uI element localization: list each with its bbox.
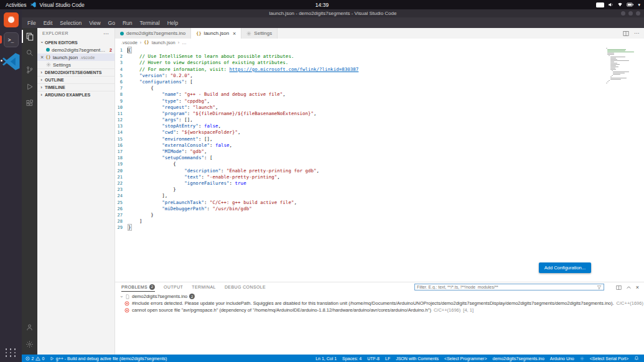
more-actions-icon[interactable]: ⋯ [634, 30, 639, 36]
dock-terminal-button[interactable]: >_ [0, 32, 22, 47]
add-configuration-button[interactable]: Add Configuration... [539, 262, 591, 273]
sidebar-section-workspace[interactable]: › DEMO2DIGITS7SEGMENTS [37, 68, 114, 76]
menu-view[interactable]: View [85, 20, 104, 26]
menu-edit[interactable]: Edit [40, 20, 57, 26]
manage-gear-icon[interactable] [22, 336, 37, 353]
line-number[interactable]: 22 [115, 180, 128, 187]
code-line[interactable]: 12 "args": [], [115, 117, 644, 123]
show-applications-button[interactable] [6, 348, 17, 357]
open-editor-item-ino[interactable]: demo2digits7segments.ino 2 [37, 46, 114, 53]
code-line[interactable]: 20 "description": "Enable pretty-printin… [115, 168, 644, 174]
dock-vscode-button[interactable] [0, 52, 22, 71]
line-number[interactable]: 1 [115, 47, 128, 53]
line-number[interactable]: 9 [115, 98, 128, 104]
code-line[interactable]: 18 "setupCommands": [ [115, 155, 644, 161]
menu-selection[interactable]: Selection [56, 20, 85, 26]
split-panel-icon[interactable] [616, 285, 622, 290]
line-number[interactable]: 19 [115, 161, 128, 167]
sidebar-section-outline[interactable]: › OUTLINE [37, 76, 114, 83]
line-number[interactable]: 23 [115, 187, 128, 193]
tab-settings[interactable]: Settings [241, 28, 278, 39]
tab-ino-file[interactable]: demo2digits7segments.ino [115, 28, 191, 39]
breadcrumb-file[interactable]: launch.json [152, 40, 175, 45]
code-line[interactable]: 16 "externalConsole": false, [115, 142, 644, 149]
select-serial-port-button[interactable]: <Select Serial Port> [590, 356, 628, 361]
line-number[interactable]: 18 [115, 155, 128, 161]
explorer-activity-button[interactable] [22, 28, 37, 45]
more-actions-icon[interactable]: ⋯ [103, 30, 110, 37]
code-line[interactable]: 2 // Use IntelliSense to learn about pos… [115, 53, 644, 60]
run-task-status-button[interactable]: g++ - Build and debug active file (demo2… [50, 356, 167, 361]
encoding-button[interactable]: UTF-8 [367, 356, 380, 361]
code-line[interactable]: 6 "configurations": [ [115, 79, 644, 85]
code-line[interactable]: 21 "text": "-enable-pretty-printing", [115, 174, 644, 180]
code-line[interactable]: 9 "type": "cppdbg", [115, 98, 644, 104]
problems-status-button[interactable]: 2 0 [26, 356, 44, 361]
sidebar-section-arduino-examples[interactable]: › ARDUINO EXAMPLES [37, 91, 114, 98]
source-control-activity-button[interactable] [22, 62, 37, 78]
window-controls[interactable] [621, 11, 640, 16]
language-mode-button[interactable]: JSON with Comments [396, 356, 439, 361]
code-line[interactable]: 27 } [115, 212, 644, 218]
code-line[interactable]: 1{ [115, 47, 644, 53]
line-number[interactable]: 10 [115, 104, 128, 111]
line-number[interactable]: 2 [115, 53, 128, 60]
menu-run[interactable]: Run [119, 20, 136, 26]
code-line[interactable]: 8 "name": "g++ - Build and debug active … [115, 91, 644, 98]
problems-file-group[interactable]: › demo2digits7segments.ino 2 [115, 293, 644, 300]
line-number[interactable]: 24 [115, 193, 128, 199]
tab-output[interactable]: OUTPUT [164, 282, 183, 292]
menu-go[interactable]: Go [105, 20, 119, 26]
line-number[interactable]: 14 [115, 129, 128, 136]
line-number[interactable]: 17 [115, 149, 128, 155]
line-number[interactable]: 27 [115, 212, 128, 218]
code-line[interactable]: 15 "environment": [], [115, 136, 644, 142]
tab-debug-console[interactable]: DEBUG CONSOLE [225, 282, 266, 292]
line-number[interactable]: 8 [115, 91, 128, 98]
menu-help[interactable]: Help [164, 20, 182, 26]
open-editor-item-settings[interactable]: Settings [37, 61, 114, 68]
line-number[interactable]: 7 [115, 85, 128, 91]
problem-row[interactable]: cannot open source file "avr/pgmspace.h"… [115, 307, 644, 313]
eol-button[interactable]: LF [385, 356, 390, 361]
line-number[interactable]: 12 [115, 117, 128, 123]
line-number[interactable]: 28 [115, 218, 128, 225]
maximize-panel-icon[interactable] [626, 285, 632, 290]
close-panel-icon[interactable]: × [636, 284, 639, 290]
code-line[interactable]: 7 { [115, 85, 644, 91]
code-line[interactable]: 11 "program": "${fileDirname}/${fileBase… [115, 111, 644, 117]
code-line[interactable]: 4 // For more information, visit: https:… [115, 67, 644, 73]
close-button[interactable] [636, 11, 640, 16]
keyboard-indicator-icon[interactable] [596, 2, 604, 7]
tab-launch-json[interactable]: {} launch.json × [191, 28, 241, 39]
tab-terminal[interactable]: TERMINAL [192, 282, 216, 292]
focused-app-name[interactable]: Visual Studio Code [40, 2, 85, 8]
code-line[interactable]: 28 ] [115, 218, 644, 225]
breadcrumb-symbol[interactable]: … [182, 40, 187, 45]
code-line[interactable]: 22 "ignoreFailures": true [115, 180, 644, 187]
line-number[interactable]: 21 [115, 174, 128, 180]
sketch-file-button[interactable]: demo2digits7segments.ino [493, 356, 544, 361]
dock-app-button[interactable] [0, 12, 22, 27]
open-editor-item-launch-json[interactable]: × {} launch.json .vscode [37, 53, 114, 61]
code-line[interactable]: 17 "MIMode": "gdb", [115, 149, 644, 155]
line-number[interactable]: 3 [115, 60, 128, 66]
tab-problems[interactable]: PROBLEMS 2 [121, 282, 155, 292]
line-number[interactable]: 11 [115, 111, 128, 117]
search-activity-button[interactable] [22, 45, 37, 62]
board-config-gear-icon[interactable] [580, 356, 584, 361]
line-number[interactable]: 20 [115, 168, 128, 174]
line-number[interactable]: 15 [115, 136, 128, 142]
line-number[interactable]: 13 [115, 123, 128, 129]
code-line[interactable]: 24 ], [115, 193, 644, 199]
code-line[interactable]: 3 // Hover to view descriptions of exist… [115, 60, 644, 66]
code-line[interactable]: 10 "request": "launch", [115, 104, 644, 111]
activities-button[interactable]: Activities [6, 2, 27, 8]
sidebar-section-timeline[interactable]: › TIMELINE [37, 83, 114, 91]
filter-input[interactable] [417, 285, 597, 289]
minimap[interactable] [606, 48, 640, 84]
notifications-bell-icon[interactable] [634, 356, 639, 361]
indentation-button[interactable]: Spaces: 4 [342, 356, 362, 361]
line-number[interactable]: 26 [115, 206, 128, 212]
cursor-position-button[interactable]: Ln 1, Col 1 [315, 356, 337, 361]
